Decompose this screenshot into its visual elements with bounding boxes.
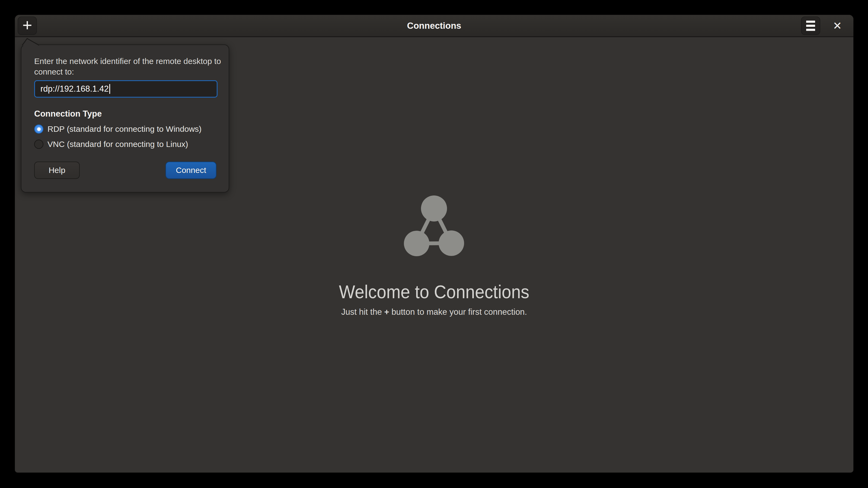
radio-option-vnc[interactable]: VNC (standard for connecting to Linux): [34, 138, 188, 150]
radio-option-label: VNC (standard for connecting to Linux): [48, 140, 188, 149]
hint-prefix: Just hit the: [341, 307, 384, 317]
radio-option-label: RDP (standard for connecting to Windows): [48, 124, 202, 134]
titlebar-right-controls: ✕: [801, 17, 846, 35]
text-caret: [109, 84, 110, 94]
primary-menu-button[interactable]: [801, 17, 820, 35]
hamburger-menu-icon: [806, 21, 815, 31]
connection-prompt-label: Enter the network identifier of the remo…: [34, 56, 221, 77]
network-connections-icon: [404, 195, 464, 256]
popover-actions: Help Connect: [34, 162, 216, 179]
connect-button[interactable]: Connect: [165, 162, 216, 179]
connection-type-heading: Connection Type: [34, 109, 102, 119]
radio-option-rdp[interactable]: RDP (standard for connecting to Windows): [34, 123, 202, 135]
hint-suffix: button to make your first connection.: [389, 307, 527, 317]
radio-dot: [37, 127, 41, 131]
plus-glyph: +: [384, 307, 389, 317]
window-title: Connections: [15, 21, 854, 31]
new-connection-button[interactable]: +: [18, 17, 37, 35]
address-value: rdp://192.168.1.42: [40, 84, 109, 94]
titlebar: + Connections ✕: [15, 15, 854, 37]
address-input[interactable]: rdp://192.168.1.42: [34, 80, 218, 98]
welcome-hint: Just hit the + button to make your first…: [15, 307, 854, 317]
popover-arrow: [21, 38, 42, 45]
new-connection-popover: Enter the network identifier of the remo…: [21, 44, 229, 193]
radio-button-icon: [34, 140, 43, 149]
close-window-button[interactable]: ✕: [828, 17, 846, 35]
help-button[interactable]: Help: [34, 162, 80, 179]
close-icon: ✕: [833, 20, 842, 31]
radio-button-icon: [34, 124, 43, 134]
plus-icon: +: [22, 17, 32, 33]
welcome-title: Welcome to Connections: [44, 281, 824, 302]
connections-window: + Connections ✕ Enter the network identi…: [15, 15, 854, 473]
